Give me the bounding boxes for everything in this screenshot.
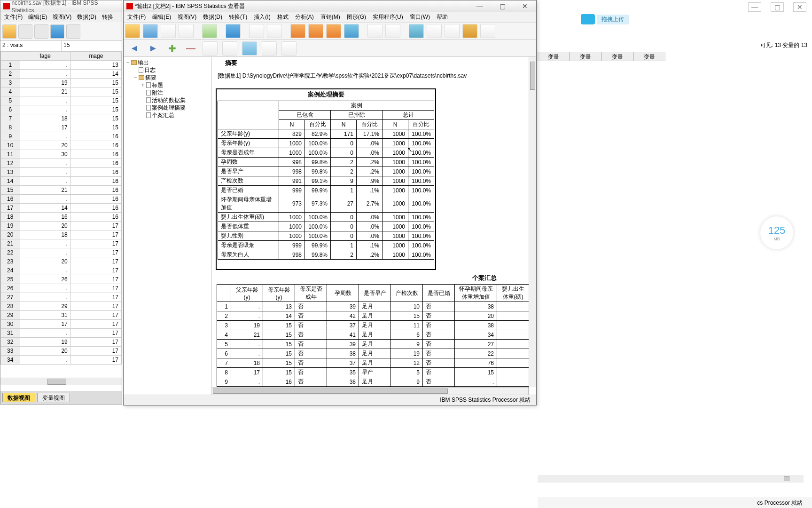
data-grid[interactable]: fagemage1.132.1431915421155.156.15718158… [0,51,122,385]
open-icon[interactable] [125,24,140,38]
tree-root[interactable]: −输出 [125,59,210,66]
tree-log[interactable]: 日志 [133,66,210,74]
insert-title-icon[interactable] [385,24,400,38]
print-icon[interactable] [34,24,48,39]
maximize-icon[interactable]: ▢ [494,1,511,11]
goto-case-icon[interactable] [308,24,323,38]
tree-summary[interactable]: −摘要 [133,74,210,81]
expand-icon[interactable]: ✚ [165,42,179,55]
col-var[interactable]: 变量 [538,52,570,61]
tab-data-view[interactable]: 数据视图 [2,393,35,402]
print-icon[interactable] [161,24,176,38]
insert-text-icon[interactable] [242,41,257,56]
select-cases-icon[interactable] [344,24,359,38]
menu-help[interactable]: 帮助 [437,13,448,21]
viewer-status-bar: IBM SPSS Statistics Processor 就绪 [124,395,536,405]
save-icon[interactable] [18,24,32,39]
memory-badge[interactable]: 125 MB [760,216,793,249]
scroll-thumb[interactable] [213,389,448,394]
menu-view[interactable]: 视图(V) [178,13,196,21]
forward-icon[interactable]: ► [146,42,160,55]
viewer-title: *输出2 [文档2] - IBM SPSS Statistics 查看器 [135,2,245,10]
minimize-icon[interactable]: — [471,1,488,11]
col-var[interactable]: 变量 [570,52,601,61]
export-icon[interactable] [202,24,217,38]
scroll-thumb[interactable] [530,62,535,90]
viewer-hscroll[interactable] [212,387,529,395]
menu-direct[interactable]: 直销(M) [320,13,340,21]
menu-insert[interactable]: 插入(I) [254,13,270,21]
viewer-titlebar[interactable]: *输出2 [文档2] - IBM SPSS Statistics 查看器 — ▢… [124,0,536,12]
menu-file[interactable]: 文件(F) [4,13,23,21]
case-processing-table[interactable]: 案例已包含已排除总计N百分比N百分比N百分比父亲年龄(y)82982.9%171… [218,101,434,260]
tree-case-summary[interactable]: 个案汇总 [141,111,210,119]
viewer-menubar[interactable]: 文件(F) 编辑(E) 视图(V) 数据(D) 转换(T) 插入(I) 格式 分… [124,12,536,22]
right-hscroll[interactable] [538,475,804,483]
menu-data[interactable]: 数据(D) [203,13,222,21]
menu-transform[interactable]: 转换(T) [229,13,247,21]
bg-close-icon[interactable]: ✕ [793,2,806,12]
promote-icon[interactable] [281,41,297,56]
collapse-icon[interactable]: — [184,42,198,55]
recall-icon[interactable] [226,24,241,38]
menu-utilities[interactable]: 实用程序(U) [373,13,403,21]
insert-new-icon[interactable] [262,41,277,56]
viewer-vscroll[interactable] [529,57,536,387]
scroll-thumb[interactable] [47,379,66,385]
goto-data-icon[interactable] [290,24,305,38]
menu-edit[interactable]: 编辑(E) [28,13,47,21]
menu-window[interactable]: 窗口(W) [410,13,430,21]
back-icon[interactable]: ◄ [127,42,141,55]
col-var[interactable]: 变量 [601,52,633,61]
script-icon[interactable] [445,24,460,38]
preview-icon[interactable] [179,24,194,38]
menu-edit[interactable]: 编辑(E) [152,13,171,21]
upload-label: 拖拽上传 [597,15,629,24]
weight-icon[interactable] [462,24,477,38]
upload-widget[interactable]: 拖拽上传 [581,14,629,24]
menu-data[interactable]: 数据(D) [77,13,96,21]
col-var[interactable]: 变量 [633,52,665,61]
designate-icon[interactable] [409,24,424,38]
show-icon[interactable] [203,41,218,56]
hide-icon[interactable] [222,41,237,56]
data-menubar[interactable]: 文件(F) 编辑(E) 视图(V) 数据(D) 转换 [0,12,122,22]
close-icon[interactable]: ✕ [516,1,533,11]
cell-name[interactable]: 2 : visits [0,41,62,51]
bg-minimize-icon[interactable]: — [748,2,761,12]
output-content[interactable]: 摘要 [数据集1] D:\SynologyDrive\护理学院工作\教学\sps… [212,57,536,395]
selected-pivot-frame[interactable]: 案例处理摘要 案例已包含已排除总计N百分比N百分比N百分比父亲年龄(y)8298… [216,88,436,270]
viewer-window: *输出2 [文档2] - IBM SPSS Statistics 查看器 — ▢… [123,0,537,405]
tree-case-processing[interactable]: 案例处理摘要 [141,104,210,111]
tree-title[interactable]: +标题 [141,81,210,89]
undo-icon[interactable] [249,24,264,38]
tab-var-view[interactable]: 变量视图 [37,393,70,402]
menu-view[interactable]: 视图(V) [53,13,71,21]
recall-icon[interactable] [50,24,64,39]
outline-pane[interactable]: −输出 日志 −摘要 +标题 附注 活动的数据集 案例处理摘要 个案汇总 [124,57,212,395]
menu-format[interactable]: 格式 [277,13,289,21]
variables-icon[interactable] [326,24,341,38]
cell-value[interactable]: 15 [62,41,122,51]
bg-maximize-icon[interactable]: ▢ [771,2,784,12]
menu-transform[interactable]: 转换 [102,13,113,21]
save-icon[interactable] [143,24,158,38]
menu-file[interactable]: 文件(F) [127,13,146,21]
redo-icon[interactable] [267,24,282,38]
scroll-thumb[interactable] [784,476,789,481]
insert-heading-icon[interactable] [367,24,383,38]
menu-analyze[interactable]: 分析(A) [295,13,314,21]
summary-heading: 摘要 [225,59,532,67]
chart-icon[interactable] [480,24,495,38]
tree-active-dataset[interactable]: 活动的数据集 [141,96,210,104]
case-summary-table[interactable]: 父亲年龄(y)母亲年龄(y)母亲是否成年孕周数是否早产产检次数是否已婚怀孕期间母… [217,284,529,395]
run-icon[interactable] [427,24,442,38]
tree-notes[interactable]: 附注 [141,89,210,96]
undo-icon[interactable] [66,24,80,39]
data-toolbar [0,22,122,41]
menu-graphs[interactable]: 图形(G) [347,13,366,21]
memory-number: 125 [768,224,786,237]
open-icon[interactable] [2,24,16,39]
data-editor-window: ncbirths.sav [数据集1] - IBM SPSS Statistic… [0,0,122,405]
data-hscroll[interactable] [0,378,122,385]
